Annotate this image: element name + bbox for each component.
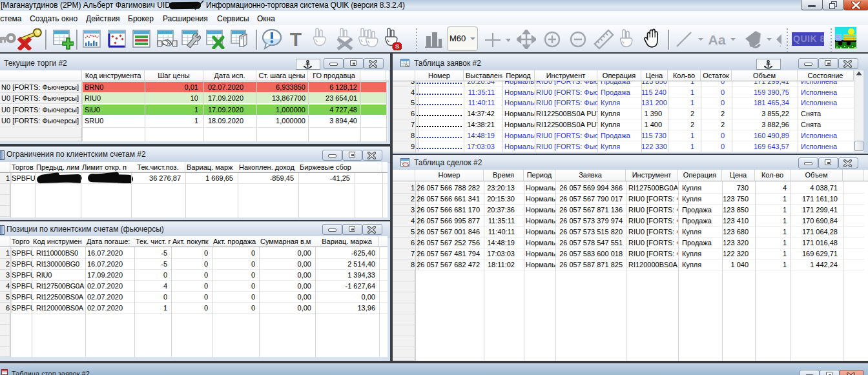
svg-text:S: S	[395, 43, 399, 50]
